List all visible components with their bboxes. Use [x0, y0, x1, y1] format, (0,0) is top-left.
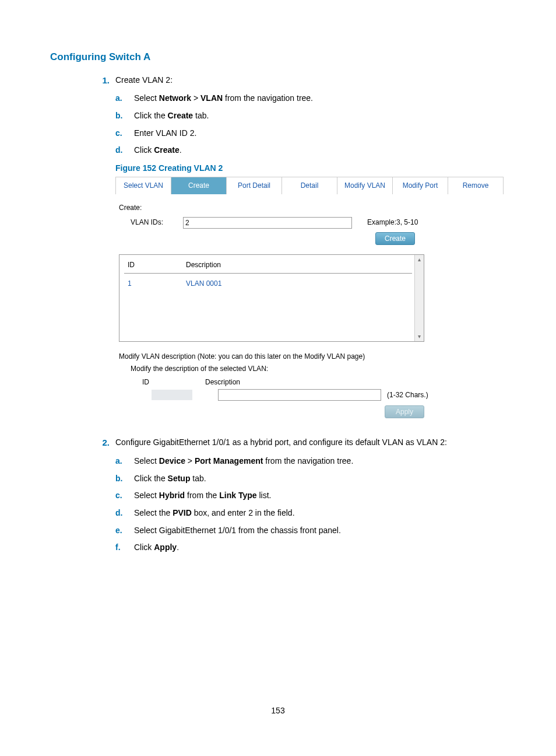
- step-1a-marker: a.: [115, 92, 128, 105]
- create-button[interactable]: Create: [375, 232, 415, 245]
- step-2d-marker: d.: [115, 507, 128, 520]
- col-description: Description: [182, 257, 412, 274]
- modify-subtitle: Modify the description of the selected V…: [119, 363, 500, 374]
- step-1a: a. Select Network > VLAN from the naviga…: [115, 92, 506, 105]
- tab-modify-port[interactable]: Modify Port: [393, 177, 448, 194]
- step-1c: c. Enter VLAN ID 2.: [115, 127, 506, 140]
- vlan-list-box: ID Description 1 VLAN 0001: [119, 254, 424, 342]
- table-row[interactable]: 1 VLAN 0001: [124, 274, 412, 292]
- chars-hint: (1-32 Chars.): [381, 390, 428, 401]
- step-1-marker: 1.: [92, 74, 110, 88]
- step-2e: e. Select GigabitEthernet 1/0/1 from the…: [115, 524, 506, 537]
- step-2b: b. Click the Setup tab.: [115, 473, 506, 485]
- tab-remove[interactable]: Remove: [448, 177, 503, 194]
- mod-col-id: ID: [119, 377, 205, 388]
- mod-col-desc: Description: [205, 377, 500, 388]
- tab-select-vlan[interactable]: Select VLAN: [116, 177, 171, 194]
- step-1: 1. Create VLAN 2: a. Select Network > VL…: [92, 74, 506, 422]
- step-2e-marker: e.: [115, 524, 128, 537]
- figure-152: Select VLAN Create Port Detail Detail Mo…: [115, 177, 504, 422]
- scroll-up-icon[interactable]: ▴: [418, 255, 421, 264]
- step-2c-marker: c.: [115, 489, 128, 502]
- step-2a-marker: a.: [115, 455, 128, 468]
- step-2f: f. Click Apply.: [115, 541, 506, 554]
- step-1d: d. Click Create.: [115, 144, 506, 157]
- step-2-marker: 2.: [92, 436, 110, 450]
- tab-bar: Select VLAN Create Port Detail Detail Mo…: [115, 177, 504, 194]
- step-2b-marker: b.: [115, 473, 128, 485]
- scrollbar[interactable]: ▴ ▾: [414, 255, 424, 341]
- step-2c: c. Select Hybrid from the Link Type list…: [115, 489, 506, 502]
- tab-modify-vlan[interactable]: Modify VLAN: [337, 177, 393, 194]
- step-1c-marker: c.: [115, 127, 128, 140]
- cell-id: 1: [124, 274, 182, 292]
- step-1-text: Create VLAN 2:: [115, 75, 173, 85]
- vlan-ids-label: VLAN IDs:: [119, 217, 183, 228]
- vlan-ids-hint: Example:3, 5-10: [352, 217, 418, 228]
- apply-button[interactable]: Apply: [385, 405, 424, 418]
- step-2f-marker: f.: [115, 541, 128, 554]
- step-2a: a. Select Device > Port Management from …: [115, 455, 506, 468]
- step-2-text: Configure GigabitEthernet 1/0/1 as a hyb…: [115, 438, 447, 447]
- create-section-label: Create:: [119, 202, 500, 214]
- page-number: 153: [50, 706, 506, 715]
- step-1b: b. Click the Create tab.: [115, 110, 506, 123]
- figure-caption: Figure 152 Creating VLAN 2: [115, 162, 506, 174]
- col-id: ID: [124, 257, 182, 274]
- step-1b-marker: b.: [115, 110, 128, 123]
- cell-desc: VLAN 0001: [182, 274, 412, 292]
- vlan-ids-input[interactable]: [183, 217, 352, 229]
- step-1d-marker: d.: [115, 144, 128, 157]
- tab-detail[interactable]: Detail: [282, 177, 337, 194]
- modify-note: Modify VLAN description (Note: you can d…: [119, 351, 500, 362]
- tab-create[interactable]: Create: [171, 177, 227, 194]
- tab-port-detail[interactable]: Port Detail: [227, 177, 282, 194]
- step-2: 2. Configure GigabitEthernet 1/0/1 as a …: [92, 436, 506, 554]
- section-title: Configuring Switch A: [50, 51, 506, 63]
- step-2d: d. Select the PVID box, and enter 2 in t…: [115, 507, 506, 520]
- scroll-down-icon[interactable]: ▾: [418, 332, 421, 341]
- description-input[interactable]: [218, 389, 381, 401]
- selected-id-box: [152, 390, 192, 400]
